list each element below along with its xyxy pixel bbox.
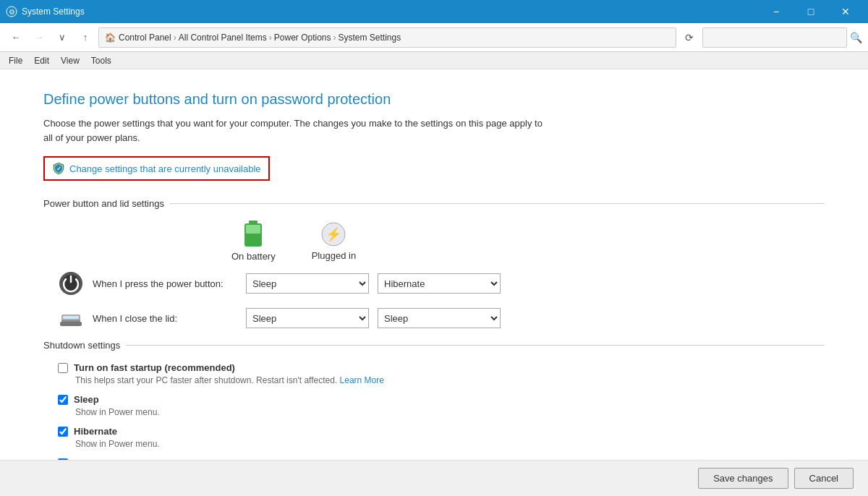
back-button[interactable]: ← [6,27,26,48]
lid-icon [58,305,84,331]
hibernate-desc: Show in Power menu. [75,439,825,449]
hibernate-item: Hibernate Show in Power menu. [58,426,825,449]
shutdown-section-header: Shutdown settings [43,340,825,351]
hibernate-label: Hibernate [74,426,117,437]
svg-text:⚡: ⚡ [326,226,342,242]
close-button[interactable]: ✕ [829,0,862,23]
page-description: Choose the power settings that you want … [43,116,550,145]
lid-label: When I close the lid: [93,313,237,324]
fast-startup-item: Turn on fast startup (recommended) This … [58,362,825,385]
refresh-button[interactable]: ⟳ [679,27,699,48]
address-bar: ← → ∨ ↑ 🏠 Control Panel › All Control Pa… [0,23,868,52]
menu-edit[interactable]: Edit [28,54,55,67]
fast-startup-checkbox[interactable] [58,363,68,373]
hibernate-checkbox[interactable] [58,427,68,437]
battery-icon [243,221,263,248]
lid-row: When I close the lid: Sleep Do nothing H… [58,305,825,331]
change-settings-text: Change settings that are currently unava… [69,163,261,174]
sleep-label: Sleep [74,394,99,405]
learn-more-link[interactable]: Learn More [340,375,384,385]
svg-rect-6 [246,235,260,245]
change-settings-link[interactable]: ✓ Change settings that are currently una… [43,156,270,181]
up-button[interactable]: ↑ [75,27,95,48]
search-input[interactable] [702,27,847,48]
power-button-label: When I press the power button: [93,278,237,289]
window-controls: − □ ✕ [760,0,862,23]
content-area: Define power buttons and turn on passwor… [0,69,868,496]
forward-button[interactable]: → [29,27,49,48]
battery-column-header: On battery [231,221,276,262]
fast-startup-desc: This helps start your PC faster after sh… [75,375,825,385]
battery-col-label: On battery [231,251,276,262]
plugged-col-label: Plugged in [312,250,356,261]
plugged-column-header: ⚡ Plugged in [312,221,356,261]
scroll-area: Define power buttons and turn on passwor… [0,69,868,460]
save-button[interactable]: Save changes [698,468,788,489]
power-button-battery-select[interactable]: Sleep Do nothing Hibernate Shut down Tur… [246,273,369,294]
svg-rect-13 [63,316,79,319]
maximize-button[interactable]: □ [794,0,827,23]
power-button-section-header: Power button and lid settings [43,198,825,209]
lid-pluggedin-select[interactable]: Sleep Do nothing Hibernate Shut down Tur… [378,308,501,328]
fast-startup-label: Turn on fast startup (recommended) [74,362,235,373]
search-icon: 🔍 [850,32,862,43]
power-button-icon [58,270,84,296]
path-control-panel[interactable]: Control Panel [119,33,171,43]
recent-locations-button[interactable]: ∨ [52,27,72,48]
power-button-row: When I press the power button: Sleep Do … [58,270,825,296]
path-power-options[interactable]: Power Options [274,33,331,43]
window-title: System Settings [22,7,760,17]
svg-text:⚙: ⚙ [9,8,15,16]
power-button-pluggedin-select[interactable]: Hibernate Do nothing Sleep Shut down Tur… [378,273,501,294]
menu-file[interactable]: File [3,54,28,67]
plugged-icon: ⚡ [320,221,346,247]
svg-rect-14 [60,322,82,326]
minimize-button[interactable]: − [760,0,793,23]
menu-tools[interactable]: Tools [85,54,117,67]
path-system-settings[interactable]: System Settings [338,33,401,43]
app-icon: ⚙ [6,6,17,17]
svg-rect-3 [249,221,258,223]
lid-battery-select[interactable]: Sleep Do nothing Hibernate Shut down Tur… [246,308,369,328]
sleep-item: Sleep Show in Power menu. [58,394,825,417]
bottom-bar: Save changes Cancel [0,460,868,496]
svg-text:✓: ✓ [56,166,61,172]
svg-rect-5 [246,225,260,234]
title-bar: ⚙ System Settings − □ ✕ [0,0,868,23]
menu-bar: File Edit View Tools [0,52,868,69]
shutdown-section: Shutdown settings Turn on fast startup (… [43,340,825,460]
page-title: Define power buttons and turn on passwor… [43,91,825,108]
address-path: 🏠 Control Panel › All Control Panel Item… [98,27,676,48]
sleep-desc: Show in Power menu. [75,407,825,417]
sleep-checkbox[interactable] [58,395,68,405]
menu-view[interactable]: View [55,54,85,67]
shield-icon: ✓ [52,162,65,175]
cancel-button[interactable]: Cancel [794,468,854,489]
path-all-control-panel[interactable]: All Control Panel Items [179,33,267,43]
